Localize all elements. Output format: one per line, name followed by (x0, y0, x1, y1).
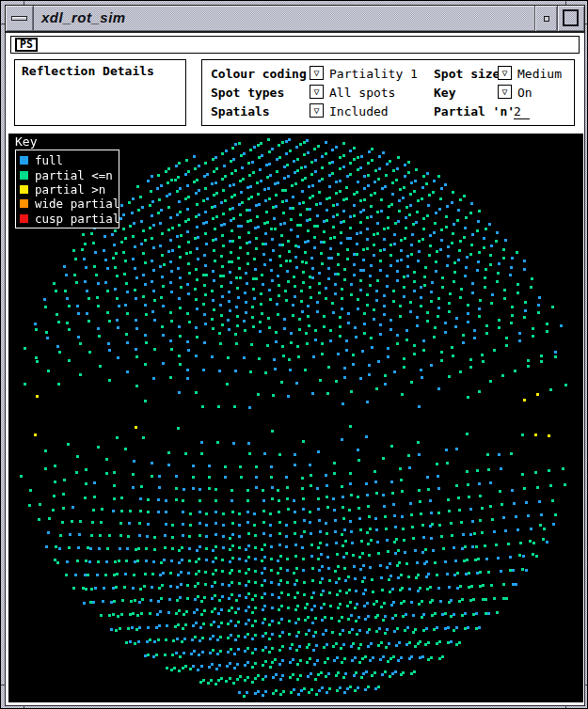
key-legend-title: Key (15, 134, 37, 149)
spot-types-dropdown[interactable]: ▽ (310, 85, 324, 99)
maximize-square-icon (563, 9, 579, 26)
spatials-dropdown[interactable]: ▽ (310, 103, 324, 118)
titlebar[interactable]: xdl_rot_sim (5, 5, 585, 32)
key-label: partial <=n (35, 168, 113, 182)
key-legend-item: full (20, 153, 119, 167)
pattern-display: Key fullpartial <=npartial >nwide partia… (8, 134, 583, 705)
key-swatch (20, 171, 28, 180)
key-toggle-label: Key (434, 86, 455, 100)
dropdown-arrow-icon: ▽ (313, 105, 319, 116)
dropdown-arrow-icon: ▽ (501, 87, 507, 97)
client-area: PS Reflection Details Colour coding ▽ Pa… (5, 32, 585, 706)
window-menu-button[interactable] (6, 6, 34, 31)
spot-types-value: All spots (329, 86, 395, 100)
dropdown-arrow-icon: ▽ (501, 68, 507, 78)
key-label: cusp partial (35, 212, 119, 226)
key-legend-item: partial <=n (20, 167, 119, 181)
key-legend-item: cusp partial (20, 212, 119, 226)
key-legend-item: partial >n (20, 182, 119, 197)
window-title: xdl_rot_sim (41, 9, 126, 25)
key-legend-item: wide partial (20, 197, 119, 211)
key-swatch (20, 214, 28, 223)
spatials-label: Spatials (211, 104, 270, 118)
app-window: xdl_rot_sim PS Reflection Details Colour… (0, 0, 588, 709)
iconify-dot-icon (544, 16, 549, 22)
key-swatch (20, 199, 28, 208)
spot-size-dropdown[interactable]: ▽ (498, 66, 512, 80)
colour-coding-label: Colour coding (211, 67, 307, 81)
maximize-button[interactable] (557, 6, 584, 31)
colour-coding-value: Partiality 1 (329, 67, 418, 81)
reflection-details-panel: Reflection Details (14, 59, 186, 126)
partial-n-field[interactable]: 2 (514, 104, 530, 119)
controls-panel: Colour coding ▽ Partiality 1 Spot size ▽… (201, 59, 575, 126)
key-label: wide partial (35, 197, 119, 211)
dropdown-arrow-icon: ▽ (313, 87, 319, 97)
spot-size-label: Spot size (434, 67, 500, 81)
key-box: fullpartial <=npartial >nwide partialcus… (15, 150, 119, 228)
iconify-button[interactable] (534, 6, 557, 31)
menu-bar: PS (10, 36, 580, 54)
reflection-details-title: Reflection Details (22, 64, 154, 78)
spot-size-value: Medium (517, 67, 562, 81)
key-swatch (20, 185, 28, 194)
colour-coding-dropdown[interactable]: ▽ (310, 66, 324, 80)
dropdown-arrow-icon: ▽ (313, 68, 319, 78)
key-label: partial >n (35, 182, 105, 197)
key-label: full (35, 153, 63, 167)
key-dropdown[interactable]: ▽ (498, 85, 512, 99)
spatials-value: Included (329, 104, 389, 118)
spot-types-label: Spot types (211, 86, 284, 100)
window-menu-dash-icon (11, 16, 27, 21)
partial-n-label: Partial 'n' (434, 104, 515, 118)
key-swatch (20, 156, 28, 165)
ps-button[interactable]: PS (15, 38, 38, 52)
key-value: On (517, 86, 532, 100)
